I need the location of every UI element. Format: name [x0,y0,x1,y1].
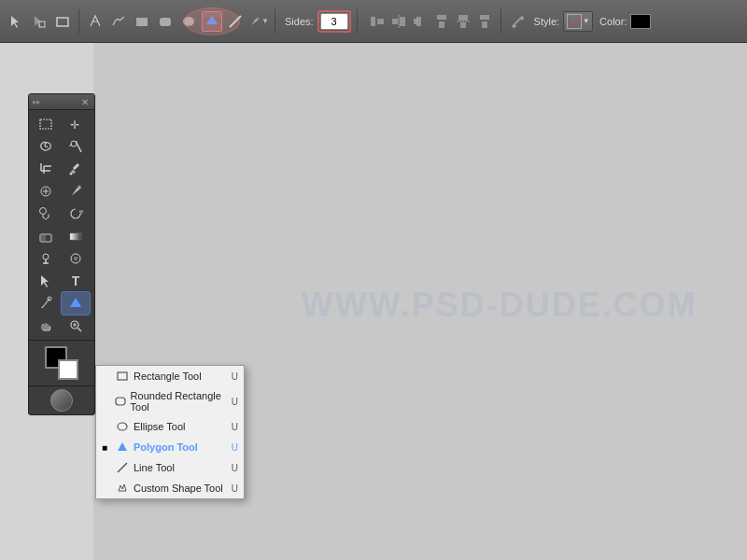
svg-rect-11 [377,19,384,24]
check-mark-line [102,463,111,473]
color-swatch[interactable] [630,14,651,29]
pen-tool-btn[interactable] [32,292,60,315]
sides-group: Sides: [285,10,351,33]
sides-input[interactable] [320,13,348,30]
background-color[interactable] [58,359,78,380]
quick-mask-btn[interactable] [50,389,73,412]
flyout-custom-shape-label: Custom Shape Tool [134,483,223,494]
type-btn[interactable]: T [62,270,90,292]
blur-btn[interactable] [62,247,90,270]
flyout-rectangle-shortcut: U [232,371,238,382]
flyout-rounded-rect-tool[interactable]: Rounded Rectangle Tool U [96,386,244,416]
svg-marker-42 [79,211,83,214]
svg-rect-17 [414,19,417,24]
svg-marker-53 [70,298,81,307]
check-mark-polygon: ■ [102,442,111,453]
snap-vcenter-btn[interactable] [453,11,473,32]
snap-group [367,11,495,32]
top-toolbar: ▼ Sides: [0,0,747,43]
snap-right-btn[interactable] [410,11,430,32]
snap-top-btn[interactable] [431,11,452,32]
brush-dropdown-btn[interactable]: ▼ [248,11,269,32]
snap-left-btn[interactable] [367,11,388,32]
svg-marker-61 [118,442,127,451]
svg-point-40 [78,186,81,189]
svg-rect-18 [437,15,446,20]
style-dropdown-arrow: ▼ [583,17,590,25]
svg-rect-4 [136,18,148,26]
magic-wand-btn[interactable] [62,135,90,158]
check-mark-rect [102,371,111,382]
brush-btn[interactable] [62,180,90,203]
shape-flyout-menu: Rectangle Tool U Rounded Rectangle Tool … [95,365,245,499]
check-mark-custom [102,483,111,494]
flyout-polygon-label: Polygon Tool [134,441,198,453]
svg-point-60 [118,423,127,430]
svg-line-8 [230,16,241,27]
flyout-rounded-rect-shortcut: U [232,397,238,407]
dodge-btn[interactable] [32,247,60,270]
svg-rect-44 [40,234,46,242]
marquee-rect-btn[interactable] [32,113,60,135]
svg-rect-10 [371,17,375,26]
healing-btn[interactable] [32,180,60,203]
separator-1 [78,9,79,34]
path-select-btn[interactable] [32,270,60,292]
flyout-rectangle-label: Rectangle Tool [134,371,202,382]
svg-marker-51 [41,275,49,287]
rect-marquee-btn[interactable] [52,11,73,32]
flyout-custom-shape-tool[interactable]: Custom Shape Tool U [96,478,244,498]
svg-rect-3 [57,18,68,26]
svg-line-62 [118,463,127,472]
freeform-pen-btn[interactable] [108,11,129,32]
lasso-btn[interactable] [32,135,60,158]
flyout-ellipse-tool[interactable]: Ellipse Tool U [96,416,244,437]
flyout-rounded-rect-label: Rounded Rectangle Tool [131,390,227,413]
ellipse-icon [116,420,129,433]
direct-select-btn[interactable] [29,11,49,32]
snap-bottom-btn[interactable] [474,11,495,32]
svg-rect-45 [70,233,81,240]
shape-line-btn[interactable] [225,11,246,32]
path-tool-btn[interactable] [6,11,26,32]
svg-rect-58 [118,372,127,380]
flyout-line-tool[interactable]: Line Tool U [96,457,244,478]
snap-hcenter-btn[interactable] [388,11,409,32]
svg-rect-21 [460,22,466,28]
style-dropdown[interactable]: ▼ [563,11,593,32]
eraser-btn[interactable] [32,225,60,247]
svg-line-55 [78,329,82,332]
shape-ellipse-btn[interactable] [178,11,199,32]
watermark: WWW.PSD-DUDE.COM [302,286,698,325]
flyout-polygon-tool[interactable]: ■ Polygon Tool U [96,437,244,457]
flyout-line-shortcut: U [232,463,238,473]
flyout-rectangle-tool[interactable]: Rectangle Tool U [96,366,244,386]
separator-3 [357,9,358,34]
flyout-custom-shape-shortcut: U [232,483,238,494]
svg-point-50 [74,257,78,260]
pen-btn[interactable] [85,11,106,32]
shape-rect-btn[interactable] [132,11,152,32]
history-brush-btn[interactable] [62,203,90,225]
shape-polygon-btn[interactable] [202,11,222,32]
link-btn[interactable] [507,11,528,32]
svg-line-25 [515,20,519,23]
toolbox-close-btn[interactable]: ✕ [79,96,91,107]
rect-icon [116,370,129,383]
custom-shape-icon [116,482,129,495]
shape-rounded-rect-btn[interactable] [155,11,176,32]
eyedropper-btn[interactable] [62,158,90,180]
shape-tool-btn[interactable] [62,292,90,315]
toolbox-colors [29,340,94,385]
style-group: Style: ▼ [534,11,594,32]
crop-btn[interactable] [32,158,60,180]
gradient-btn[interactable] [62,225,90,247]
color-pair [45,346,78,380]
move-btn[interactable]: ✛ [62,113,90,135]
zoom-tool-btn[interactable] [62,315,90,337]
svg-point-46 [43,254,49,259]
sides-label: Sides: [285,16,314,27]
clone-stamp-btn[interactable] [32,203,60,225]
svg-rect-26 [40,119,51,129]
hand-tool-btn[interactable] [32,315,60,337]
